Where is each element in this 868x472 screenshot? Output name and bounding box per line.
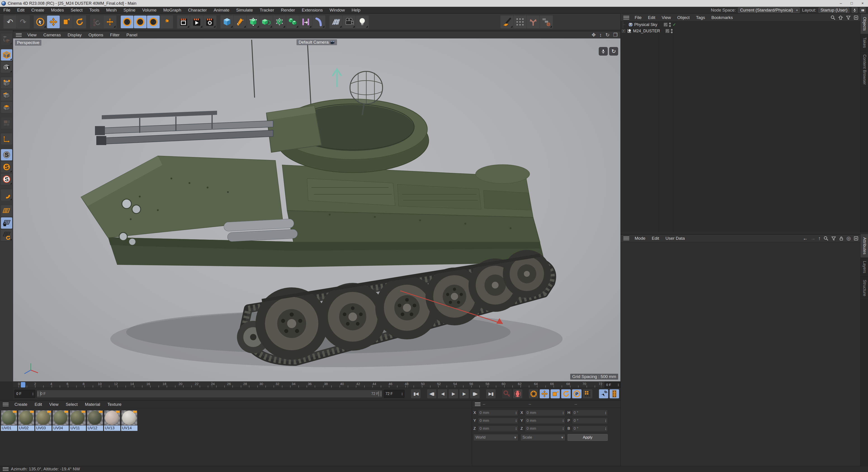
move-tool[interactable] <box>47 15 60 28</box>
viewport-menu-item[interactable]: Panel <box>123 33 141 37</box>
menu-item[interactable]: Edit <box>14 7 28 13</box>
object-manager-menu-item[interactable]: Object <box>674 15 693 20</box>
volume-builder-button[interactable] <box>286 15 299 28</box>
material-menu-item[interactable]: Material <box>81 402 104 407</box>
material-item[interactable]: UV14 <box>121 410 137 431</box>
axis-workplane-button[interactable] <box>1 133 12 145</box>
filter-icon[interactable] <box>831 236 836 241</box>
material-label[interactable]: UV13 <box>104 426 120 431</box>
preview-range-slider[interactable]: 0 F 72 F <box>37 390 382 398</box>
viewport-canvas[interactable]: Perspective Default Camera ↻ Grid Spacin… <box>13 38 620 381</box>
transform-mode-dropdown[interactable]: Scale ▾ <box>521 434 565 441</box>
record-rotation-toggle[interactable] <box>561 389 571 398</box>
coordinates-hamburger-icon[interactable] <box>475 402 480 406</box>
microphone-button[interactable] <box>852 7 858 13</box>
live-selection-tool[interactable] <box>34 15 46 28</box>
attribute-manager-menu-item[interactable]: Mode <box>631 236 649 241</box>
coordinate-space-dropdown[interactable]: World ▾ <box>473 434 518 441</box>
next-key-button[interactable]: ▮▶ <box>470 389 479 398</box>
tab-layers[interactable]: Layers <box>861 258 868 276</box>
goto-start-button[interactable]: ▮◀ <box>411 389 421 398</box>
subdivision-surface-button[interactable] <box>247 15 259 28</box>
object-name[interactable]: M24_DUSTER <box>633 29 660 33</box>
visibility-dots[interactable] <box>671 29 673 33</box>
position-field[interactable]: 0 mm▴▾ <box>478 417 518 424</box>
render-view-button[interactable] <box>177 15 190 28</box>
menu-item[interactable]: Mesh <box>103 7 120 13</box>
material-label[interactable]: UV11 <box>70 426 86 431</box>
material-menu-item[interactable]: Create <box>11 402 31 407</box>
tab-takes[interactable]: Takes <box>861 34 868 51</box>
render-picture-viewer-button[interactable] <box>190 15 203 28</box>
menu-item[interactable]: Character <box>185 7 210 13</box>
viewport-sync-button[interactable]: ↻ <box>609 47 618 56</box>
zoom-view-icon[interactable]: ↕ <box>599 32 602 38</box>
edges-mode-button[interactable] <box>1 90 12 101</box>
model-mode-button[interactable] <box>1 49 12 61</box>
rotate-view-icon[interactable]: ↻ <box>606 32 610 38</box>
menu-item[interactable]: Help <box>348 7 364 13</box>
material-menu-item[interactable]: Edit <box>31 402 46 407</box>
tab-content-browser[interactable]: Content Browser <box>861 51 868 88</box>
viewport-menu-item[interactable]: Options <box>85 33 106 37</box>
record-scale-toggle[interactable] <box>551 389 560 398</box>
lock-workplane-button[interactable] <box>1 217 12 229</box>
redo-button[interactable]: ↷ <box>17 15 29 28</box>
goto-end-button[interactable]: ▶▮ <box>486 389 496 398</box>
planar-workplane-button[interactable] <box>1 230 12 241</box>
menu-item[interactable]: Window <box>326 7 348 13</box>
search-icon[interactable] <box>824 236 829 241</box>
sculpt-tool-button[interactable] <box>501 15 513 28</box>
layout-dropdown[interactable]: Startup (User) <box>818 7 849 13</box>
material-label[interactable]: UV01 <box>1 426 17 431</box>
camera-label-chip[interactable]: Default Camera <box>297 39 337 45</box>
axis-modification-tool[interactable] <box>103 15 116 28</box>
render-settings-button[interactable] <box>204 15 216 28</box>
history-forward-icon[interactable]: → <box>811 235 815 241</box>
material-item[interactable]: UV03 <box>35 410 52 431</box>
menu-item[interactable]: Render <box>277 7 298 13</box>
material-label[interactable]: UV04 <box>53 426 69 431</box>
menu-item[interactable]: Modes <box>48 7 67 13</box>
workplane-button[interactable] <box>1 205 12 216</box>
current-frame-field[interactable]: 0 F ▴▾ <box>14 390 35 398</box>
material-label[interactable]: UV03 <box>35 426 52 431</box>
lock-y-axis-button[interactable]: Y <box>134 15 147 28</box>
menu-item[interactable]: Select <box>67 7 86 13</box>
material-hamburger-icon[interactable] <box>3 403 8 406</box>
cloner-button[interactable] <box>299 15 312 28</box>
status-hamburger-icon[interactable] <box>3 467 8 471</box>
record-keyframe-button[interactable] <box>502 389 512 398</box>
attribute-manager-menu-item[interactable]: Edit <box>649 236 662 241</box>
expand-toggle[interactable]: + <box>622 29 625 33</box>
toggle-views-icon[interactable]: ❐ <box>613 32 618 38</box>
quantize-snap-button[interactable]: S <box>1 173 12 185</box>
previous-key-button[interactable]: ◀▮ <box>427 389 437 398</box>
spline-deformer-button[interactable] <box>312 15 325 28</box>
parent-up-icon[interactable]: ↑ <box>818 235 821 241</box>
viewport-menu-item[interactable]: Display <box>64 33 85 37</box>
filter-icon[interactable] <box>846 15 851 20</box>
viewport-menu-item[interactable]: Cameras <box>40 33 64 37</box>
tab-structure[interactable]: Structure <box>861 276 868 300</box>
keyframe-selection-button[interactable] <box>529 389 538 398</box>
object-row-physical-sky[interactable]: Physical Sky ✓ <box>621 22 860 28</box>
material-menu-item[interactable]: Select <box>62 402 82 407</box>
attribute-manager-menu-item[interactable]: User Data <box>662 236 688 241</box>
node-editor-button[interactable] <box>540 15 553 28</box>
position-field[interactable]: 0 mm▴▾ <box>478 410 518 416</box>
magnet-snap-button[interactable] <box>1 189 12 201</box>
object-manager-menu-item[interactable]: View <box>658 15 674 20</box>
menu-item[interactable]: Animate <box>210 7 233 13</box>
history-back-icon[interactable]: ← <box>803 235 808 241</box>
view-label[interactable]: Perspective <box>15 40 41 46</box>
material-label[interactable]: UV12 <box>87 426 103 431</box>
tweak-mode-button[interactable] <box>1 117 12 129</box>
viewport-hamburger-icon[interactable] <box>16 33 22 37</box>
add-object-icon[interactable] <box>854 15 859 20</box>
lattice-deform-button[interactable] <box>273 15 286 28</box>
make-editable-button[interactable] <box>1 33 12 45</box>
position-field[interactable]: 0 mm▴▾ <box>478 426 518 432</box>
menu-item[interactable]: Extensions <box>299 7 326 13</box>
menu-item[interactable]: MoGraph <box>160 7 185 13</box>
